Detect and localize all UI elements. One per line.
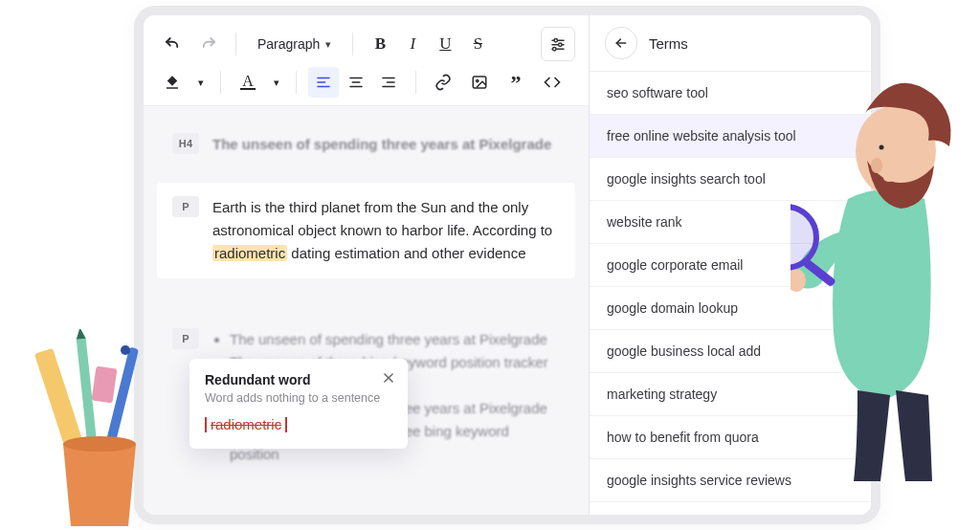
svg-rect-24 [92,366,118,404]
strikethrough-button[interactable]: S [462,29,493,59]
svg-point-5 [553,48,556,51]
grammar-tooltip: Redundant word Word adds nothing to a se… [189,359,408,449]
image-button[interactable] [464,67,495,98]
undo-icon [164,35,181,53]
paragraph-text: Earth is the third planet from the Sun a… [212,196,560,265]
close-button[interactable] [379,368,398,387]
redo-button[interactable] [193,29,224,59]
heading-text: The unseen of spending three years at Pi… [212,133,560,156]
heading-block[interactable]: H4 The unseen of spending three years at… [157,120,575,169]
text-style-group: B I U S [365,29,493,59]
svg-point-32 [871,158,882,173]
quote-icon: ” [511,77,522,88]
chevron-down-icon: ▾ [325,38,331,51]
chevron-down-icon: ▾ [274,77,279,89]
undo-button[interactable] [157,29,188,59]
close-icon [382,371,395,385]
svg-point-31 [880,145,884,150]
block-tag-p: P [172,196,199,217]
align-left-icon [315,74,332,91]
link-icon [434,74,452,91]
block-tag-h4: H4 [172,133,199,154]
highlight-color-button[interactable] [157,67,188,98]
text-before: Earth is the third planet from the Sun a… [212,199,552,238]
underline-button[interactable]: U [430,29,460,59]
svg-point-26 [121,345,130,355]
arrow-left-icon [613,35,629,51]
text-after: dating estimation and other evidence [287,245,525,261]
quote-button[interactable]: ” [501,67,531,98]
panel-title: Terms [649,35,688,52]
man-illustration [791,55,972,486]
bold-button[interactable]: B [365,29,395,59]
alignment-group [308,67,404,98]
text-color-chevron[interactable]: ▾ [269,67,284,98]
redo-icon [200,35,217,53]
tooltip-strikethrough-word[interactable]: radiometric [205,417,287,432]
divider [415,71,416,94]
divider [220,71,221,94]
svg-rect-6 [167,87,178,89]
align-left-button[interactable] [308,67,339,98]
tooltip-title: Redundant word [205,372,392,387]
app-shell: Paragraph ▾ B I U S [144,15,871,515]
italic-button[interactable]: I [397,29,428,59]
link-button[interactable] [428,67,458,98]
svg-point-3 [559,43,562,46]
svg-marker-23 [76,329,86,340]
svg-point-17 [477,79,479,81]
code-icon [544,74,561,91]
chevron-down-icon: ▾ [198,77,204,89]
editor-content[interactable]: H4 The unseen of spending three years at… [144,106,589,493]
block-tag-p: P [172,328,199,349]
svg-point-30 [883,174,895,182]
device-frame: Paragraph ▾ B I U S [134,6,880,524]
divider [352,33,353,55]
paragraph-format-select[interactable]: Paragraph ▾ [248,29,341,59]
image-icon [471,74,488,91]
code-button[interactable] [537,67,568,98]
toolbar-row-2: ▾ A ▾ [157,67,575,98]
text-color-icon: A [240,75,256,90]
settings-button[interactable] [541,27,575,61]
fill-icon [164,74,181,91]
align-center-button[interactable] [341,67,371,98]
pencil-cup-illustration [34,329,159,530]
highlighted-word[interactable]: radiometric [212,245,287,261]
divider [235,33,236,55]
align-center-icon [347,74,365,91]
back-button[interactable] [605,27,637,59]
toolbar-row-1: Paragraph ▾ B I U S [157,27,575,61]
align-right-button[interactable] [373,67,404,98]
divider [296,71,297,94]
sliders-icon [549,35,567,53]
format-label: Paragraph [257,36,320,52]
text-color-button[interactable]: A [233,67,263,98]
svg-point-27 [63,436,136,452]
tooltip-subtitle: Word adds nothing to a sentence [205,391,392,405]
paragraph-block-1[interactable]: P Earth is the third planet from the Sun… [157,183,575,278]
align-right-icon [380,74,397,91]
editor-toolbar: Paragraph ▾ B I U S [144,15,589,106]
svg-point-1 [554,39,557,42]
highlight-color-chevron[interactable]: ▾ [193,67,209,98]
editor-pane: Paragraph ▾ B I U S [144,15,589,515]
list-item: The unseen of spending three years at Pi… [230,328,560,351]
